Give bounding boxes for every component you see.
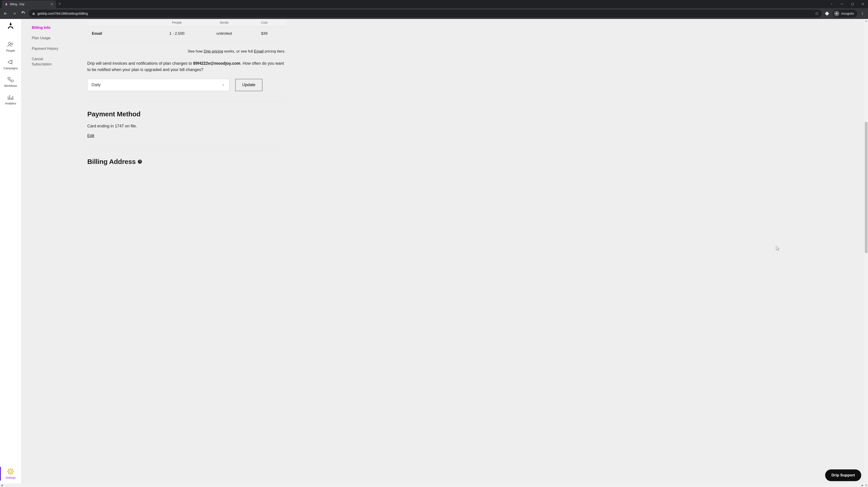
- divider: [87, 101, 285, 101]
- billing-address-header: Billing Address ?: [87, 158, 285, 165]
- pricing-note-post: pricing tiers.: [264, 49, 285, 54]
- help-icon[interactable]: ?: [138, 160, 142, 164]
- svg-rect-1: [851, 3, 853, 5]
- subnav-billing-info[interactable]: Billing Info: [32, 25, 61, 30]
- people-icon: [7, 41, 14, 48]
- svg-rect-0: [841, 4, 843, 4]
- edit-payment-link[interactable]: Edit: [87, 133, 94, 138]
- browser-tab[interactable]: Billing · Drip ✕: [2, 0, 56, 8]
- chevron-down-icon: [221, 83, 225, 87]
- menu-icon[interactable]: [859, 10, 866, 17]
- settings-subnav: Billing Info Plan Usage Payment History …: [22, 19, 71, 487]
- th-cost: Cost: [248, 21, 281, 24]
- drip-logo[interactable]: [6, 22, 15, 31]
- tab-search-icon[interactable]: [827, 0, 837, 8]
- maximize-icon[interactable]: [847, 0, 858, 8]
- analytics-icon: [7, 94, 14, 101]
- close-tab-icon[interactable]: ✕: [51, 2, 53, 6]
- svg-point-5: [9, 27, 10, 28]
- th-sends: Sends: [200, 21, 248, 24]
- svg-rect-9: [8, 77, 10, 79]
- th-people: People: [153, 21, 200, 24]
- subnav-payment-history[interactable]: Payment History: [32, 46, 61, 51]
- incognito-icon: [834, 11, 839, 16]
- sidebar-item-settings[interactable]: Settings: [0, 465, 21, 483]
- minimize-icon[interactable]: [837, 0, 847, 8]
- vertical-scrollbar[interactable]: ▲ ▼: [864, 19, 868, 487]
- browser-toolbar: getdrip.com/7641396/settings/billing Inc…: [0, 8, 868, 19]
- incognito-badge[interactable]: Incognito: [833, 10, 857, 18]
- main-content: People Sends Cost Email 1 - 2,500 unlimi…: [71, 19, 299, 487]
- new-tab-button[interactable]: +: [56, 0, 64, 8]
- frequency-select[interactable]: Daily: [87, 79, 229, 91]
- sidebar-item-label: Analytics: [5, 102, 16, 105]
- scroll-right-arrow[interactable]: ▶: [861, 483, 864, 487]
- update-button[interactable]: Update: [235, 79, 262, 91]
- scroll-up-arrow[interactable]: ▲: [864, 19, 868, 23]
- bookmark-icon[interactable]: [815, 12, 818, 15]
- invoice-email: 89f4222e@moodjoy.com: [193, 61, 240, 66]
- scrollbar-thumb[interactable]: [865, 122, 868, 253]
- invoice-pre: Drip will send invoices and notification…: [87, 61, 193, 66]
- sidebar-item-people[interactable]: People: [0, 38, 21, 56]
- workflows-icon: [7, 76, 14, 83]
- sidebar-item-label: People: [6, 49, 15, 52]
- frequency-value: Daily: [92, 83, 101, 87]
- extensions-icon[interactable]: [824, 10, 831, 17]
- url-text: getdrip.com/7641396/settings/billing: [37, 12, 813, 15]
- svg-point-2: [862, 12, 863, 13]
- pricing-note-mid: works, or see full: [223, 49, 254, 54]
- forward-button[interactable]: [11, 10, 18, 17]
- page-viewport: People Campaigns Workflows Analytics Set…: [0, 19, 868, 487]
- sidebar-item-label: Settings: [5, 476, 16, 479]
- drip-pricing-link[interactable]: Drip pricing: [204, 49, 223, 54]
- frequency-row: Daily Update: [87, 79, 285, 91]
- billing-address-heading: Billing Address: [87, 158, 135, 165]
- subnav-plan-usage[interactable]: Plan Usage: [32, 36, 61, 40]
- th-blank: [92, 21, 153, 24]
- gear-icon: [7, 468, 14, 475]
- back-button[interactable]: [2, 10, 9, 17]
- window-controls: [827, 0, 868, 8]
- svg-point-4: [862, 14, 863, 15]
- svg-point-6: [11, 27, 12, 28]
- sidebar-item-label: Campaigns: [3, 67, 18, 70]
- sidebar-item-label: Workflows: [4, 84, 17, 88]
- plan-table-header: People Sends Cost: [87, 19, 285, 27]
- svg-point-3: [862, 13, 863, 14]
- megaphone-icon: [7, 59, 14, 65]
- card-on-file-text: Card ending in 1747 on file.: [87, 124, 285, 129]
- pricing-note: See how Drip pricing works, or see full …: [87, 49, 285, 54]
- td-people: 1 - 2,500: [153, 31, 200, 36]
- divider: [87, 149, 285, 149]
- email-pricing-link[interactable]: Email: [254, 49, 264, 54]
- invoice-notification-text: Drip will send invoices and notification…: [87, 60, 285, 73]
- horizontal-scrollbar[interactable]: ◀ ▶: [0, 483, 864, 487]
- pricing-note-pre: See how: [188, 49, 204, 54]
- incognito-label: Incognito: [841, 12, 854, 15]
- lock-icon: [32, 12, 35, 15]
- svg-point-8: [11, 43, 13, 45]
- address-bar[interactable]: getdrip.com/7641396/settings/billing: [29, 10, 822, 18]
- tab-title: Billing · Drip: [10, 3, 49, 6]
- browser-tab-bar: Billing · Drip ✕ +: [0, 0, 868, 8]
- app-sidebar: People Campaigns Workflows Analytics Set…: [0, 19, 22, 487]
- sidebar-item-workflows[interactable]: Workflows: [0, 73, 21, 91]
- sidebar-item-campaigns[interactable]: Campaigns: [0, 56, 21, 73]
- scroll-left-arrow[interactable]: ◀: [0, 483, 4, 487]
- payment-method-heading: Payment Method: [87, 110, 285, 118]
- plan-table: People Sends Cost Email 1 - 2,500 unlimi…: [87, 19, 285, 40]
- svg-rect-10: [11, 80, 13, 82]
- plan-table-row: Email 1 - 2,500 unlimited $39: [87, 27, 285, 40]
- svg-point-7: [8, 42, 10, 44]
- scroll-down-arrow[interactable]: ▼: [864, 483, 868, 487]
- reload-button[interactable]: [20, 10, 27, 17]
- mouse-cursor: [776, 246, 780, 251]
- td-cost: $39: [248, 31, 281, 36]
- drip-support-button[interactable]: Drip Support: [825, 469, 861, 481]
- td-plan: Email: [92, 31, 153, 36]
- sidebar-item-analytics[interactable]: Analytics: [0, 91, 21, 108]
- close-window-icon[interactable]: [858, 0, 868, 8]
- td-sends: unlimited: [200, 31, 248, 36]
- subnav-cancel-subscription[interactable]: Cancel Subscription: [32, 57, 61, 67]
